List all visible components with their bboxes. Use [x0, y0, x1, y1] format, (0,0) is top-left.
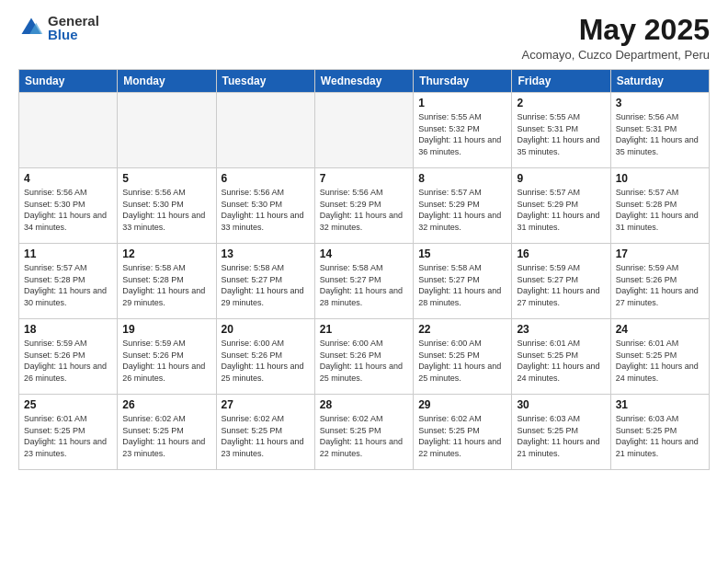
calendar-cell: 25Sunrise: 6:01 AMSunset: 5:25 PMDayligh… [19, 395, 118, 470]
calendar-cell: 20Sunrise: 6:00 AMSunset: 5:26 PMDayligh… [216, 319, 314, 395]
calendar-cell: 14Sunrise: 5:58 AMSunset: 5:27 PMDayligh… [314, 244, 413, 319]
calendar-cell: 24Sunrise: 6:01 AMSunset: 5:25 PMDayligh… [610, 319, 709, 395]
title-block: May 2025 Acomayo, Cuzco Department, Peru [522, 14, 710, 62]
calendar-cell: 15Sunrise: 5:58 AMSunset: 5:27 PMDayligh… [414, 244, 512, 319]
calendar-cell: 1Sunrise: 5:55 AMSunset: 5:32 PMDaylight… [414, 93, 512, 168]
header-sunday: Sunday [19, 70, 118, 93]
day-number: 27 [222, 398, 310, 411]
calendar-cell: 17Sunrise: 5:59 AMSunset: 5:26 PMDayligh… [610, 244, 709, 319]
day-number: 29 [418, 398, 506, 411]
day-number: 20 [222, 323, 310, 336]
day-number: 4 [24, 172, 112, 185]
week-row-4: 18Sunrise: 5:59 AMSunset: 5:26 PMDayligh… [19, 319, 710, 395]
day-info: Sunrise: 5:59 AMSunset: 5:26 PMDaylight:… [122, 338, 210, 384]
day-number: 12 [122, 247, 210, 260]
day-info: Sunrise: 5:57 AMSunset: 5:28 PMDaylight:… [616, 187, 704, 233]
day-number: 30 [517, 398, 605, 411]
logo-blue-text: Blue [48, 28, 99, 41]
day-number: 8 [418, 172, 506, 185]
logo-general-text: General [48, 14, 99, 28]
day-number: 10 [616, 172, 704, 185]
day-number: 9 [517, 172, 605, 185]
calendar-cell: 30Sunrise: 6:03 AMSunset: 5:25 PMDayligh… [512, 395, 610, 470]
header-monday: Monday [118, 70, 216, 93]
day-number: 15 [418, 247, 506, 260]
calendar-cell: 16Sunrise: 5:59 AMSunset: 5:27 PMDayligh… [512, 244, 610, 319]
day-number: 13 [222, 247, 310, 260]
day-number: 1 [418, 97, 506, 109]
week-row-2: 4Sunrise: 5:56 AMSunset: 5:30 PMDaylight… [19, 168, 710, 244]
day-info: Sunrise: 6:00 AMSunset: 5:26 PMDaylight:… [320, 338, 408, 384]
day-number: 19 [122, 323, 210, 336]
logo-text: General Blue [48, 14, 99, 41]
calendar-cell: 3Sunrise: 5:56 AMSunset: 5:31 PMDaylight… [610, 93, 709, 168]
calendar-cell: 26Sunrise: 6:02 AMSunset: 5:25 PMDayligh… [118, 395, 216, 470]
logo-icon [18, 15, 44, 40]
calendar-cell: 13Sunrise: 5:58 AMSunset: 5:27 PMDayligh… [216, 244, 314, 319]
week-row-1: 1Sunrise: 5:55 AMSunset: 5:32 PMDaylight… [19, 93, 710, 168]
calendar-cell: 8Sunrise: 5:57 AMSunset: 5:29 PMDaylight… [414, 168, 512, 244]
day-info: Sunrise: 6:02 AMSunset: 5:25 PMDaylight:… [122, 413, 210, 459]
day-number: 18 [24, 323, 112, 336]
header-thursday: Thursday [414, 70, 512, 93]
calendar-table: Sunday Monday Tuesday Wednesday Thursday… [18, 69, 710, 470]
day-number: 26 [122, 398, 210, 411]
day-info: Sunrise: 6:02 AMSunset: 5:25 PMDaylight:… [418, 413, 506, 459]
calendar-cell: 22Sunrise: 6:00 AMSunset: 5:25 PMDayligh… [414, 319, 512, 395]
day-number: 11 [24, 247, 112, 260]
day-info: Sunrise: 5:56 AMSunset: 5:30 PMDaylight:… [222, 187, 310, 233]
calendar-cell: 23Sunrise: 6:01 AMSunset: 5:25 PMDayligh… [512, 319, 610, 395]
day-number: 21 [320, 323, 408, 336]
day-info: Sunrise: 5:58 AMSunset: 5:27 PMDaylight:… [320, 262, 408, 308]
calendar-cell: 31Sunrise: 6:03 AMSunset: 5:25 PMDayligh… [610, 395, 709, 470]
day-info: Sunrise: 5:57 AMSunset: 5:28 PMDaylight:… [24, 262, 112, 308]
calendar-cell: 10Sunrise: 5:57 AMSunset: 5:28 PMDayligh… [610, 168, 709, 244]
calendar-cell: 28Sunrise: 6:02 AMSunset: 5:25 PMDayligh… [314, 395, 413, 470]
day-info: Sunrise: 6:03 AMSunset: 5:25 PMDaylight:… [517, 413, 605, 459]
week-row-5: 25Sunrise: 6:01 AMSunset: 5:25 PMDayligh… [19, 395, 710, 470]
day-number: 25 [24, 398, 112, 411]
day-info: Sunrise: 5:55 AMSunset: 5:31 PMDaylight:… [517, 111, 605, 157]
calendar-cell: 27Sunrise: 6:02 AMSunset: 5:25 PMDayligh… [216, 395, 314, 470]
day-info: Sunrise: 5:58 AMSunset: 5:27 PMDaylight:… [418, 262, 506, 308]
calendar-cell: 12Sunrise: 5:58 AMSunset: 5:28 PMDayligh… [118, 244, 216, 319]
day-info: Sunrise: 6:03 AMSunset: 5:25 PMDaylight:… [616, 413, 704, 459]
day-info: Sunrise: 6:00 AMSunset: 5:25 PMDaylight:… [418, 338, 506, 384]
day-info: Sunrise: 5:59 AMSunset: 5:27 PMDaylight:… [517, 262, 605, 308]
page: General Blue May 2025 Acomayo, Cuzco Dep… [0, 0, 728, 563]
day-number: 7 [320, 172, 408, 185]
day-number: 3 [616, 97, 704, 109]
day-info: Sunrise: 6:01 AMSunset: 5:25 PMDaylight:… [24, 413, 112, 459]
weekday-header-row: Sunday Monday Tuesday Wednesday Thursday… [19, 70, 710, 93]
calendar-cell: 7Sunrise: 5:56 AMSunset: 5:29 PMDaylight… [314, 168, 413, 244]
day-info: Sunrise: 5:59 AMSunset: 5:26 PMDaylight:… [24, 338, 112, 384]
day-number: 24 [616, 323, 704, 336]
day-info: Sunrise: 5:57 AMSunset: 5:29 PMDaylight:… [517, 187, 605, 233]
calendar-cell [118, 93, 216, 168]
day-number: 5 [122, 172, 210, 185]
day-info: Sunrise: 5:57 AMSunset: 5:29 PMDaylight:… [418, 187, 506, 233]
day-info: Sunrise: 5:56 AMSunset: 5:31 PMDaylight:… [616, 111, 704, 157]
calendar-cell: 21Sunrise: 6:00 AMSunset: 5:26 PMDayligh… [314, 319, 413, 395]
header-wednesday: Wednesday [314, 70, 413, 93]
day-info: Sunrise: 6:02 AMSunset: 5:25 PMDaylight:… [320, 413, 408, 459]
day-info: Sunrise: 6:01 AMSunset: 5:25 PMDaylight:… [517, 338, 605, 384]
day-number: 22 [418, 323, 506, 336]
calendar-cell: 5Sunrise: 5:56 AMSunset: 5:30 PMDaylight… [118, 168, 216, 244]
header-tuesday: Tuesday [216, 70, 314, 93]
day-info: Sunrise: 5:55 AMSunset: 5:32 PMDaylight:… [418, 111, 506, 157]
day-number: 6 [222, 172, 310, 185]
header: General Blue May 2025 Acomayo, Cuzco Dep… [18, 14, 710, 62]
header-friday: Friday [512, 70, 610, 93]
calendar-cell: 11Sunrise: 5:57 AMSunset: 5:28 PMDayligh… [19, 244, 118, 319]
day-number: 17 [616, 247, 704, 260]
logo: General Blue [18, 14, 99, 41]
calendar-cell: 4Sunrise: 5:56 AMSunset: 5:30 PMDaylight… [19, 168, 118, 244]
calendar-cell: 6Sunrise: 5:56 AMSunset: 5:30 PMDaylight… [216, 168, 314, 244]
day-number: 16 [517, 247, 605, 260]
day-number: 31 [616, 398, 704, 411]
day-info: Sunrise: 5:56 AMSunset: 5:29 PMDaylight:… [320, 187, 408, 233]
calendar-cell: 2Sunrise: 5:55 AMSunset: 5:31 PMDaylight… [512, 93, 610, 168]
week-row-3: 11Sunrise: 5:57 AMSunset: 5:28 PMDayligh… [19, 244, 710, 319]
header-saturday: Saturday [610, 70, 709, 93]
